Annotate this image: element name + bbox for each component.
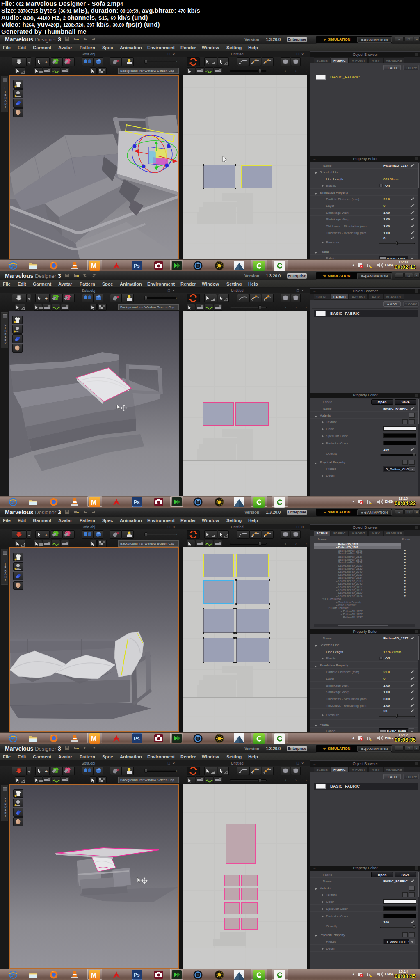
svg-text:M: M	[91, 735, 96, 742]
svg-text:M: M	[91, 263, 96, 270]
svg-text:M: M	[91, 499, 96, 506]
svg-text:e: e	[11, 262, 14, 269]
svg-text:e: e	[11, 971, 14, 978]
svg-text:M: M	[91, 972, 96, 979]
svg-text:Ps: Ps	[134, 972, 140, 978]
svg-text:e: e	[11, 498, 14, 505]
svg-text:Ps: Ps	[134, 499, 140, 505]
svg-text:e: e	[11, 735, 14, 742]
svg-text:Ps: Ps	[134, 736, 140, 742]
svg-text:Ps: Ps	[134, 263, 140, 269]
